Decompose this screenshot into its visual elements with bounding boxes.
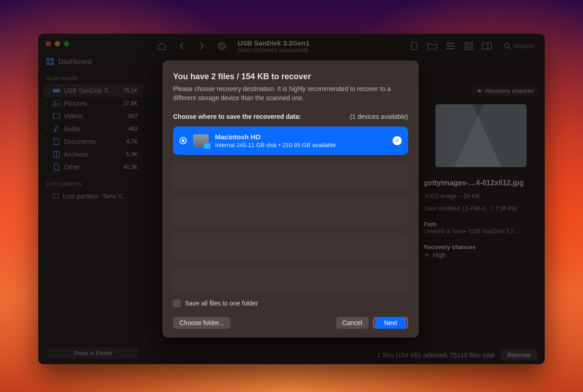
destination-list: Macintosh HD Internal 245.11 GB disk • 2… [173,127,408,292]
save-all-label: Save all files to one folder [185,300,258,307]
next-button[interactable]: Next [375,317,406,329]
devices-available-label: (1 devices available) [350,113,408,120]
recovery-destination-modal: You have 2 files / 154 KB to recover Ple… [163,61,419,337]
cancel-button[interactable]: Cancel [336,317,369,329]
next-button-highlight: Next [373,317,408,329]
internal-disk-icon [193,134,209,147]
app-window: Dashboard Scan results USB SanDisk 3.… 7… [38,34,545,364]
destination-placeholder [173,269,408,292]
modal-title: You have 2 files / 154 KB to recover [173,72,408,81]
destination-item-selected[interactable]: Macintosh HD Internal 245.11 GB disk • 2… [173,127,408,155]
choose-folder-button[interactable]: Choose folder... [173,317,230,329]
save-all-checkbox[interactable] [173,300,180,307]
destination-name: Macintosh HD [215,133,386,141]
destination-placeholder [173,198,408,226]
choose-destination-label: Choose where to save the recovered data: [173,113,301,120]
destination-details: Internal 245.11 GB disk • 210.95 GB avai… [215,142,386,148]
radio-selected-icon [179,137,187,144]
destination-placeholder [173,233,408,261]
modal-hint: Please choose recovery destination. It i… [173,84,408,103]
destination-placeholder [173,162,408,190]
check-icon: ✓ [393,136,402,145]
